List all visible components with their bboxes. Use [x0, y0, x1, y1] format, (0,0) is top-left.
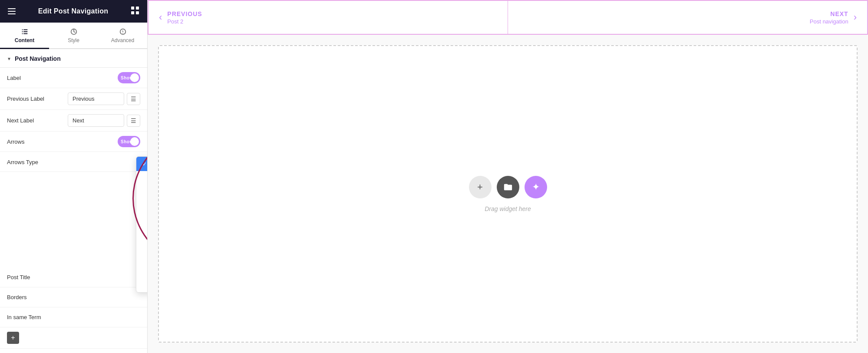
widget-buttons: + ✦ — [469, 176, 547, 198]
nav-next-text: NEXT Post navigation — [810, 10, 848, 25]
dropdown-item-chevron-circle[interactable]: Chevron Circle — [136, 200, 147, 214]
nav-next-post-name: Post navigation — [810, 18, 848, 25]
section-post-navigation[interactable]: ▼ Post Navigation — [0, 49, 147, 68]
magic-widget-button[interactable]: ✦ — [525, 176, 547, 198]
tab-advanced[interactable]: Advanced — [98, 23, 147, 49]
sidebar-header: Edit Post Navigation — [0, 0, 147, 23]
label-toggle-slider: Show — [118, 72, 140, 83]
svg-rect-1 — [136, 7, 139, 10]
main-content: ‹ PREVIOUS Post 2 NEXT Post navigation ›… — [148, 0, 868, 353]
tab-style[interactable]: Style — [49, 23, 98, 49]
arrows-type-field-label: Arrows Type — [7, 156, 140, 165]
nav-next-arrow: › — [854, 12, 857, 23]
dropdown-item-chevron[interactable]: Chevron — [136, 185, 147, 200]
dropdown-item-arrow[interactable]: Arrow — [136, 228, 147, 243]
sidebar-content: ▼ Post Navigation Label Show Previous La… — [0, 49, 147, 353]
previous-label-input[interactable] — [68, 92, 124, 105]
nav-prev-label: PREVIOUS — [167, 10, 202, 17]
label-toggle[interactable]: Show — [118, 72, 140, 83]
next-label-row: Next Label ☰ — [0, 110, 147, 132]
post-title-field-label: Post Title — [7, 274, 140, 280]
sidebar-tabs: Content Style Advanced — [0, 23, 147, 49]
arrows-row: Arrows Show — [0, 132, 147, 152]
hint-text: Indicates whether next post must be in t… — [0, 349, 147, 353]
next-label-input[interactable] — [68, 114, 124, 127]
dropdown-item-double-angle[interactable]: Double Angle — [136, 171, 147, 185]
dropdown-item-caret[interactable]: Caret — [136, 214, 147, 228]
arrows-type-dropdown-list: ✓ Angle Double Angle Chevron Chevron Cir… — [136, 156, 147, 293]
nav-prev-text: PREVIOUS Post 2 — [167, 10, 202, 25]
dropdown-item-angle[interactable]: ✓ Angle — [136, 157, 147, 171]
nav-prev-post-name: Post 2 — [167, 18, 202, 25]
nav-next-label: NEXT — [810, 10, 848, 17]
svg-rect-2 — [131, 11, 134, 14]
add-term-row: + — [0, 327, 147, 349]
previous-label-control: ☰ — [68, 92, 140, 105]
previous-label-icon-btn[interactable]: ☰ — [127, 93, 140, 105]
arrows-toggle-slider: Show — [118, 136, 140, 147]
arrows-type-row: Arrows Type ✓ Angle Double Angle Chevron — [0, 152, 147, 172]
dropdown-item-arrow-circle[interactable]: Arrow Circle — [136, 257, 147, 271]
nav-prev-arrow: ‹ — [159, 12, 162, 23]
in-same-term-field-label: In same Term — [7, 314, 140, 320]
svg-rect-3 — [136, 11, 139, 14]
add-term-button[interactable]: + — [7, 332, 19, 344]
label-toggle-control: Show — [118, 72, 140, 83]
borders-field-label: Borders — [7, 294, 140, 300]
section-title: Post Navigation — [15, 55, 61, 62]
hamburger-menu-icon[interactable] — [8, 8, 16, 14]
dropdown-item-arrow-circle-negative[interactable]: Arrow Circle Negative — [136, 271, 147, 292]
post-title-row: Post Title — [0, 267, 147, 287]
folder-widget-button[interactable] — [497, 176, 519, 198]
previous-label-field-label: Previous Label — [7, 96, 68, 102]
section-collapse-arrow: ▼ — [7, 56, 11, 61]
page-title: Edit Post Navigation — [38, 7, 109, 15]
label-field-label: Label — [7, 75, 118, 81]
add-widget-button[interactable]: + — [469, 176, 492, 198]
next-label-icon-btn[interactable]: ☰ — [127, 115, 140, 127]
label-row: Label Show — [0, 68, 147, 88]
nav-previous[interactable]: ‹ PREVIOUS Post 2 — [149, 1, 508, 34]
next-label-control: ☰ — [68, 114, 140, 127]
in-same-term-row: In same Term — [0, 307, 147, 327]
check-icon: ✓ — [142, 161, 147, 167]
arrows-field-label: Arrows — [7, 139, 118, 145]
dropdown-item-long-arrow[interactable]: Long Arrow — [136, 243, 147, 257]
drag-widget-text: Drag widget here — [485, 205, 531, 212]
grid-apps-icon[interactable] — [131, 6, 139, 16]
arrows-toggle[interactable]: Show — [118, 136, 140, 147]
nav-next[interactable]: NEXT Post navigation › — [508, 1, 867, 34]
widget-drop-area[interactable]: + ✦ Drag widget here — [158, 45, 858, 343]
svg-rect-0 — [131, 7, 134, 10]
tab-content[interactable]: Content — [0, 23, 49, 49]
previous-label-row: Previous Label ☰ — [0, 88, 147, 110]
borders-row: Borders — [0, 287, 147, 307]
post-nav-preview: ‹ PREVIOUS Post 2 NEXT Post navigation › — [148, 0, 868, 35]
next-label-field-label: Next Label — [7, 117, 68, 124]
sidebar: Edit Post Navigation Content Style Advan… — [0, 0, 148, 353]
arrows-toggle-control: Show — [118, 136, 140, 147]
